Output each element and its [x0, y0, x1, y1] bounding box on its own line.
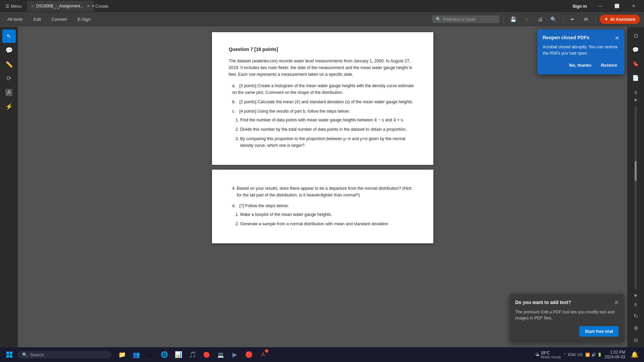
part-a-label: a.	[232, 82, 238, 89]
reopen-popup-actions: No, thanks Restore	[543, 61, 619, 69]
svg-rect-2	[6, 355, 9, 358]
scroll-down-button[interactable]: ▼	[633, 293, 638, 298]
scroll-track[interactable]	[635, 106, 637, 289]
start-trial-button[interactable]: Start free trial	[579, 326, 619, 337]
weather-info: 19°C Mostly cloudy	[541, 351, 561, 359]
no-thanks-button[interactable]: No, thanks	[567, 61, 593, 69]
part-c-intro: [4 points] Using the results of part b, …	[239, 109, 350, 114]
maximize-button[interactable]: ⬜	[609, 1, 625, 11]
lasso-tool-button[interactable]: ⟳	[2, 72, 16, 85]
taskbar-teams[interactable]: 👥	[129, 348, 143, 361]
tab-bar: ☆ DS1000B_-_Assignment... ✕ + Create	[27, 1, 570, 11]
right-comments-button[interactable]: 💬	[630, 44, 642, 56]
plus-icon: +	[92, 3, 95, 9]
question-title: Question 7 [16 points]	[229, 46, 417, 53]
create-label: Create	[95, 4, 108, 9]
svg-rect-3	[10, 355, 12, 358]
taskbar-chrome[interactable]: 🔴	[200, 348, 213, 361]
clock[interactable]: 1:02 PM 2024-06-03	[605, 350, 625, 359]
part-a-text: [3 points] Create a histogram of the mea…	[232, 83, 414, 95]
all-tools-button[interactable]: All tools	[4, 15, 26, 23]
upload-button[interactable]: ↑	[521, 14, 532, 25]
sign-in-area[interactable]: Sign in	[573, 4, 587, 9]
part-b-label: b.	[232, 99, 238, 105]
taskbar-vscode[interactable]: 💻	[214, 348, 227, 361]
new-tab-button[interactable]: + Create	[95, 1, 105, 11]
comment-tool-button[interactable]: 💬	[2, 44, 16, 57]
part-d-label: d.	[232, 202, 238, 209]
start-button[interactable]	[3, 348, 16, 361]
taskbar-acrobat[interactable]: A	[256, 348, 270, 361]
find-tools-search[interactable]: 🔍 Find text or tools	[432, 15, 499, 23]
step-c1: Find the number of data points with mean…	[240, 117, 417, 123]
scroll-up-button[interactable]: ▲	[633, 97, 638, 102]
add-text-footer: Start free trial	[515, 326, 619, 337]
tab-active[interactable]: ☆ DS1000B_-_Assignment... ✕	[27, 1, 94, 11]
stamp-tool-button[interactable]: ⚡	[2, 100, 16, 113]
right-pages-button[interactable]: 📄	[630, 72, 642, 84]
page-number-5: 5	[635, 90, 637, 95]
mail-button[interactable]: ✉	[581, 14, 591, 25]
reopen-popup-body: Acrobat closed abruptly. You can restore…	[543, 44, 619, 57]
part-a: a. [3 points] Create a histogram of the …	[229, 82, 417, 96]
text-tool-button[interactable]: A	[2, 86, 16, 99]
page-separator	[18, 166, 627, 170]
right-bookmarks-button[interactable]: 🔖	[630, 58, 642, 70]
divider-1	[503, 15, 504, 23]
menu-button[interactable]: ☰ Menu	[3, 2, 24, 10]
tab-close-button[interactable]: ✕	[87, 4, 90, 8]
minimize-button[interactable]: —	[592, 1, 608, 11]
taskbar-app-8[interactable]: ▶	[228, 348, 241, 361]
part-c: c. [4 points] Using the results of part …	[229, 108, 417, 149]
system-tray[interactable]: ⌃ ENG US	[564, 353, 582, 357]
pdf-page-bottom: Based on your results, does there appear…	[212, 170, 433, 243]
save-button[interactable]: 💾	[508, 14, 519, 25]
zoom-in-button[interactable]: ⊕	[630, 322, 642, 334]
right-panel-toggle[interactable]: ⊡	[630, 29, 642, 42]
taskbar-edge[interactable]: 🌐	[158, 348, 171, 361]
right-icons: ⊡ 💬 🔖 📄	[630, 27, 642, 86]
pen-button[interactable]: ✒	[567, 14, 578, 25]
notification-badge	[265, 349, 268, 353]
taskbar: 🔍 Search 📁 👥 🗂 🌐 📊 🎵 🔴 💻 ▶ 🔴 A 🌤 19°C Mo…	[0, 347, 644, 362]
esign-button[interactable]: E-Sign	[74, 15, 94, 23]
reopen-popup-close[interactable]: ✕	[615, 35, 619, 41]
lang-label: ENG	[568, 353, 576, 357]
chevron-up-icon: ⌃	[564, 353, 567, 357]
date-display: 2024-06-03	[605, 355, 625, 359]
titlebar: ☰ Menu ☆ DS1000B_-_Assignment... ✕ + Cre…	[0, 0, 644, 12]
taskbar-file-explorer[interactable]: 📁	[115, 348, 129, 361]
taskbar-file-manager[interactable]: 🗂	[144, 348, 157, 361]
pen-tool-button[interactable]: ✏️	[2, 58, 16, 71]
step-d2: Generate a sample from a normal distribu…	[240, 221, 417, 227]
cursor-tool-button[interactable]: ↖	[2, 29, 16, 43]
reopen-popup: Reopen closed PDFs ✕ Acrobat closed abru…	[537, 29, 625, 74]
window-controls: — ⬜ ✕	[592, 1, 641, 11]
weather-widget[interactable]: 🌤 19°C Mostly cloudy	[535, 351, 561, 359]
part-c-steps: Find the number of data points with mean…	[232, 117, 417, 149]
restore-button[interactable]: Restore	[599, 61, 619, 69]
convert-button[interactable]: Convert	[48, 15, 70, 23]
refresh-button[interactable]: ↻	[630, 310, 642, 322]
menu-label: Menu	[11, 4, 22, 9]
svg-rect-0	[6, 352, 9, 354]
taskbar-app-9[interactable]: 🔴	[242, 348, 256, 361]
notification-center-button[interactable]: 🔔	[628, 348, 641, 361]
windows-logo-icon	[6, 351, 13, 358]
add-text-close[interactable]: ✕	[614, 299, 619, 306]
time-display: 1:02 PM	[605, 350, 625, 355]
ai-assistant-button[interactable]: ✦ AI Assistant	[600, 15, 640, 24]
print-button[interactable]: 🖨	[535, 14, 545, 25]
edit-button[interactable]: Edit	[30, 15, 44, 23]
toolbar-right: 🔍 Find text or tools 💾 ↑ 🖨 🔍 ✒ ✉ ✦ AI As…	[432, 14, 640, 25]
menu-icon: ☰	[5, 4, 9, 9]
scroll-thumb	[635, 161, 637, 181]
taskbar-app-6[interactable]: 🎵	[186, 348, 199, 361]
left-sidebar: ↖ 💬 ✏️ ⟳ A ⚡	[0, 27, 18, 347]
zoom-out-button[interactable]: ⊖	[630, 334, 642, 346]
taskbar-app-5[interactable]: 📊	[172, 348, 185, 361]
close-button[interactable]: ✕	[626, 1, 641, 11]
part-d: d. [7] Follow the steps below: Make a bo…	[229, 202, 417, 227]
taskbar-search-box[interactable]: 🔍 Search	[17, 351, 111, 359]
zoom-button[interactable]: 🔍	[548, 14, 559, 25]
